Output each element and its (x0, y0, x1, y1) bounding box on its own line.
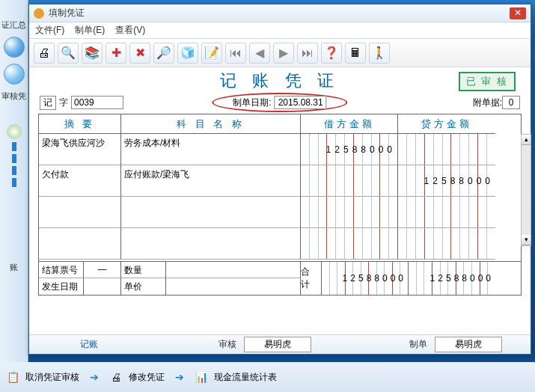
table-row[interactable] (39, 228, 521, 260)
cell-credit[interactable] (398, 197, 495, 228)
menubar: 文件(F) 制单(E) 查看(V) (29, 22, 531, 39)
preview-button[interactable]: 🔍 (58, 43, 79, 64)
print-button[interactable]: 🖨 (34, 43, 55, 64)
total-credit: 12588000 (409, 262, 495, 295)
maker-value: 易明虎 (435, 337, 502, 352)
maker-label: 制单 (409, 339, 427, 349)
window-title: 填制凭证 (49, 7, 510, 19)
stack-button[interactable]: 📚 (82, 43, 103, 64)
cell-debit[interactable] (301, 165, 398, 197)
rail-segment (12, 178, 16, 187)
occur-date-label: 发生日期 (39, 278, 84, 295)
cell-debit[interactable] (301, 228, 398, 260)
voucher-no-input[interactable]: 0039 (71, 96, 123, 109)
date-input[interactable]: 2015.08.31 (275, 96, 327, 109)
cell-account[interactable]: 劳务成本/材料 (121, 134, 301, 165)
cashflow-icon: 📊 (195, 370, 208, 384)
attach-input[interactable]: 0 (502, 96, 520, 109)
left-rail: 证汇总 审核凭 账 (0, 0, 28, 392)
price-label: 单价 (121, 278, 166, 295)
cell-debit[interactable]: 12588000 (301, 134, 398, 165)
exit-button[interactable]: 🚶 (369, 43, 390, 64)
zi-label: 字 (59, 97, 68, 109)
cell-summary[interactable]: 梁海飞供应河沙 (39, 134, 121, 165)
grid-scrollbar[interactable]: ▴ ▾ (521, 134, 531, 246)
total-debit: 12588000 (322, 262, 409, 295)
menu-view[interactable]: 查看(V) (115, 24, 145, 37)
price-value[interactable] (166, 278, 301, 295)
grid-footer: 结算票号 — 数量 发生日期 单价 合 计 12588000 (39, 261, 521, 295)
close-button[interactable]: ✕ (510, 7, 526, 19)
table-row[interactable] (39, 197, 521, 228)
audit-label: 审核 (218, 339, 236, 349)
rail-dot-icon (7, 124, 22, 139)
audited-stamp: 已 审 核 (459, 72, 516, 91)
modify-link[interactable]: 修改凭证 (129, 371, 165, 384)
col-debit: 借方金额 (301, 114, 398, 134)
date-label: 制单日期: (233, 97, 271, 109)
occur-date-value[interactable] (84, 278, 121, 295)
toolbar: 🖨 🔍 📚 ✚ ✖ 🔎 🧊 📝 ⏮ ◀ ▶ ⏭ ❓ 🖩 🚶 (29, 39, 531, 67)
app-footer: 📋 取消凭证审核 ➔ 🖨 修改凭证 ➔ 📊 现金流量统计表 (0, 362, 535, 392)
arrow-icon: ➔ (175, 371, 184, 383)
cancel-audit-link[interactable]: 取消凭证审核 (25, 371, 79, 384)
help-button[interactable]: ❓ (321, 43, 342, 64)
cell-account[interactable] (121, 197, 301, 228)
edit-button[interactable]: 📝 (201, 43, 222, 64)
grid-body[interactable]: 梁海飞供应河沙劳务成本/材料12588000欠付款应付账款/梁海飞1258800… (39, 134, 521, 261)
cancel-audit-icon: 📋 (6, 370, 19, 384)
rail-label-bottom: 账 (1, 262, 26, 273)
scroll-up-button[interactable]: ▴ (522, 135, 531, 145)
window-bottom-bar: 记账 审核 易明虎 制单 易明虎 (29, 334, 531, 354)
cashflow-link[interactable]: 现金流量统计表 (214, 371, 277, 384)
voucher-window: 填制凭证 ✕ 文件(F) 制单(E) 查看(V) 🖨 🔍 📚 ✚ ✖ 🔎 🧊 📝… (28, 4, 531, 355)
prev-button[interactable]: ◀ (249, 43, 270, 64)
modify-icon: 🖨 (109, 370, 123, 384)
cell-credit[interactable] (398, 134, 495, 165)
delete-button[interactable]: ✖ (129, 43, 150, 64)
info-row: 记 字 0039 制单日期: 2015.08.31 附单据: 0 (29, 94, 531, 114)
add-button[interactable]: ✚ (106, 43, 126, 64)
cell-credit[interactable] (398, 228, 495, 260)
first-button[interactable]: ⏮ (225, 43, 246, 64)
table-row[interactable]: 欠付款应付账款/梁海飞12588000 (39, 165, 521, 197)
qty-value[interactable] (166, 262, 301, 278)
settle-no-value[interactable]: — (84, 262, 121, 278)
settle-no-label: 结算票号 (39, 262, 84, 278)
rail-segment (12, 142, 16, 151)
rail-orb-icon[interactable] (4, 37, 25, 58)
voucher-grid: 摘 要 科 目 名 称 借方金额 贷方金额 梁海飞供应河沙劳务成本/材料1258… (38, 114, 522, 295)
cell-account[interactable]: 应付账款/梁海飞 (121, 165, 301, 197)
rail-orb-icon-2[interactable] (4, 64, 25, 85)
arrow-icon: ➔ (90, 371, 99, 383)
table-row[interactable]: 梁海飞供应河沙劳务成本/材料12588000 (39, 134, 521, 165)
refresh-button[interactable]: 🧊 (177, 43, 198, 64)
app-icon (34, 8, 44, 19)
rail-label-mid: 审核凭 (1, 91, 26, 102)
last-button[interactable]: ⏭ (297, 43, 318, 64)
cell-summary[interactable] (39, 228, 121, 260)
cell-credit[interactable]: 12588000 (398, 165, 495, 197)
col-credit: 贷方金额 (398, 114, 495, 134)
scroll-down-button[interactable]: ▾ (522, 235, 531, 245)
qty-label: 数量 (121, 262, 166, 278)
header-row: 记 账 凭 证 已 审 核 (29, 67, 531, 94)
date-group-circled: 制单日期: 2015.08.31 (212, 93, 347, 112)
titlebar: 填制凭证 ✕ (29, 4, 531, 22)
cell-summary[interactable] (39, 197, 121, 228)
attach-label: 附单据: (473, 97, 502, 109)
total-label: 合 计 (301, 262, 322, 295)
rail-label-top: 证汇总 (1, 19, 26, 31)
next-button[interactable]: ▶ (273, 43, 294, 64)
menu-file[interactable]: 文件(F) (35, 24, 64, 37)
rail-segment (12, 154, 16, 163)
cell-summary[interactable]: 欠付款 (39, 165, 121, 197)
post-button[interactable]: 记账 (29, 338, 149, 351)
menu-make[interactable]: 制单(E) (75, 24, 105, 37)
cell-debit[interactable] (301, 197, 398, 228)
voucher-type[interactable]: 记 (40, 96, 56, 110)
calc-button[interactable]: 🖩 (345, 43, 366, 64)
col-account: 科 目 名 称 (121, 114, 301, 134)
search-button[interactable]: 🔎 (153, 43, 174, 64)
cell-account[interactable] (121, 228, 301, 260)
